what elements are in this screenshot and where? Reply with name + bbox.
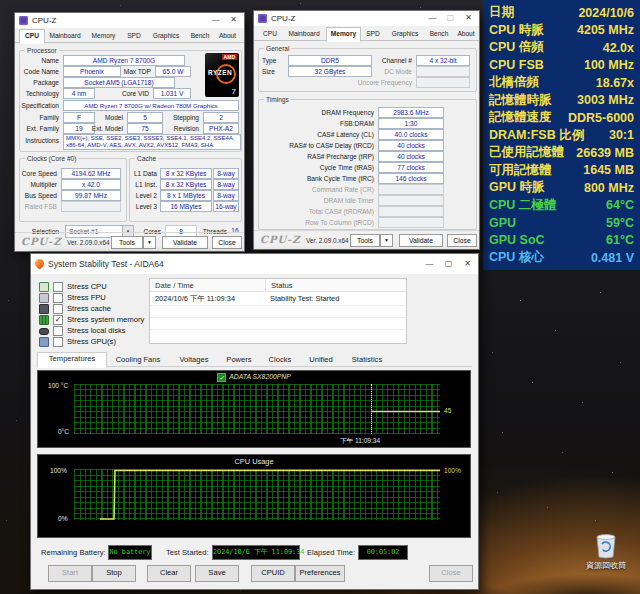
multiplier-field: x 42.0 (61, 179, 121, 190)
level2-size-field: 8 x 1 MBytes (160, 190, 212, 201)
tab-graphics[interactable]: Graphics (148, 30, 184, 42)
validate-button[interactable]: Validate (162, 236, 208, 249)
tab-mainboard[interactable]: Mainboard (284, 28, 324, 40)
close-button[interactable]: ✕ (225, 13, 242, 28)
minimize-button[interactable]: — (421, 257, 438, 272)
minimize-button[interactable]: — (207, 13, 224, 28)
tools-dropdown-icon[interactable]: ▼ (143, 236, 156, 249)
sensor-value: 59°C (606, 216, 634, 230)
stress-fpu-checkbox[interactable] (53, 293, 63, 303)
stress-cache-checkbox[interactable] (53, 304, 63, 314)
package-label: Package (17, 78, 59, 87)
tab-cpu[interactable]: CPU (258, 28, 282, 40)
sensor-row: 記憶體速度DDR5-6000 (489, 109, 634, 127)
tab-cooling-fans[interactable]: Cooling Fans (107, 354, 169, 366)
model-label: Model (97, 113, 123, 122)
remaining-battery-display: No battery (108, 545, 152, 560)
status-log-table: Date / Time Status 2024/10/6 下午 11:09:34… (149, 278, 407, 344)
tab-statistics[interactable]: Statistics (343, 354, 391, 366)
tools-dropdown-icon[interactable]: ▼ (380, 234, 393, 247)
chart-title: CPU Usage (38, 457, 470, 466)
close-button[interactable]: ✕ (460, 11, 477, 26)
cpu-name-field: AMD Ryzen 7 8700G (63, 55, 185, 66)
tab-spd[interactable]: SPD (122, 30, 146, 42)
tab-spd[interactable]: SPD (361, 28, 385, 40)
trp-field: 40 clocks (378, 151, 444, 162)
stress-cache-icon (39, 304, 49, 314)
log-header-datetime[interactable]: Date / Time (150, 279, 264, 292)
maximize-button[interactable]: ▢ (440, 257, 457, 272)
legend-checkbox[interactable]: ✓ (217, 373, 226, 382)
tab-graphics[interactable]: Graphics (387, 28, 423, 40)
tab-voltages[interactable]: Voltages (171, 354, 217, 366)
command-rate-label: Command Rate (CR) (256, 185, 374, 194)
code-name-field: Phoenix (63, 66, 121, 77)
tab-temperatures[interactable]: Temperatures (37, 352, 107, 368)
sensor-row: 北橋倍頻18.67x (489, 74, 634, 92)
stress-cache-label: Stress cache (67, 304, 111, 313)
l1-inst-way-field: 8-way (213, 179, 239, 190)
tab-unified[interactable]: Unified (301, 354, 341, 366)
package-field: Socket AM5 (LGA1718) (63, 77, 175, 88)
sensor-panel: 日期2024/10/6 CPU 時脈4205 MHz CPU 倍頻42.0x C… (483, 0, 640, 270)
title-bar[interactable]: CPU-Z — ▢ ✕ (254, 11, 479, 26)
y-axis-min-label: 0°C (58, 428, 69, 435)
cpuz-app-icon (19, 16, 28, 25)
close-button[interactable]: Close (212, 236, 242, 249)
maximize-button: ▢ (442, 11, 459, 26)
tab-memory[interactable]: Memory (87, 30, 120, 42)
cas-latency-label: CAS# Latency (CL) (256, 130, 374, 139)
tab-memory[interactable]: Memory (326, 27, 361, 42)
sensor-value: 42.0x (603, 41, 634, 55)
tras-label: Cycle Time (tRAS) (256, 163, 374, 172)
tab-clocks[interactable]: Clocks (261, 354, 299, 366)
model-field: 5 (127, 112, 163, 123)
tab-mainboard[interactable]: Mainboard (45, 30, 85, 42)
cpuz-version: Ver. 2.09.0.x64 (306, 237, 349, 244)
group-label: Cache (135, 154, 158, 163)
cpuz-footer: CPU-Z Ver. 2.09.0.x64 Tools ▼ Validate C… (254, 230, 479, 249)
tab-about[interactable]: About (214, 30, 241, 42)
stepping-label: Stepping (165, 113, 199, 122)
tab-cpu[interactable]: CPU (19, 29, 45, 44)
log-header-status[interactable]: Status (265, 279, 406, 292)
sensor-row: 日期2024/10/6 (489, 4, 634, 22)
validate-button[interactable]: Validate (399, 234, 443, 247)
tools-button[interactable]: Tools (111, 236, 143, 249)
close-button[interactable]: ✕ (459, 257, 476, 272)
dram-idle-label: DRAM Idle Timer (256, 196, 374, 205)
tab-about[interactable]: About (453, 28, 479, 40)
cpuz-window-cpu: CPU-Z — ✕ CPU Mainboard Memory SPD Graph… (14, 12, 245, 252)
trcd-label: RAS# to CAS# Delay (tRCD) (256, 141, 374, 150)
sensor-label: 可用記憶體 (489, 162, 552, 179)
save-button[interactable]: Save (195, 565, 239, 582)
aida-tab-bar: Temperatures Cooling Fans Voltages Power… (37, 352, 472, 367)
sensor-value: 0.481 V (591, 251, 634, 265)
close-button[interactable]: Close (447, 234, 477, 247)
fsb-dram-label: FSB:DRAM (256, 119, 374, 128)
desktop: 日期2024/10/6 CPU 時脈4205 MHz CPU 倍頻42.0x C… (0, 0, 640, 594)
stop-button[interactable]: Stop (92, 565, 136, 582)
close-button: Close (429, 565, 473, 582)
recycle-bin-icon[interactable] (593, 531, 619, 559)
cpuid-button[interactable]: CPUID (251, 565, 295, 582)
preferences-button[interactable]: Preferences (295, 565, 345, 582)
stress-cpu-checkbox[interactable] (53, 282, 63, 292)
size-label: Size (262, 67, 286, 76)
clear-button[interactable]: Clear (147, 565, 191, 582)
tab-bench[interactable]: Bench (425, 28, 453, 40)
stress-gpu-checkbox[interactable] (53, 337, 63, 347)
title-bar[interactable]: System Stability Test - AIDA64 — ▢ ✕ (31, 254, 478, 274)
recycle-bin[interactable]: 資源回收筒 (583, 531, 629, 571)
tab-bench[interactable]: Bench (186, 30, 214, 42)
tab-powers[interactable]: Powers (219, 354, 259, 366)
stress-memory-checkbox[interactable]: ✓ (53, 315, 63, 325)
stress-disks-checkbox[interactable] (53, 326, 63, 336)
window-title: CPU-Z (32, 16, 56, 25)
title-bar[interactable]: CPU-Z — ✕ (15, 13, 244, 28)
tab-bar: CPU Mainboard Memory SPD Graphics Bench … (15, 29, 244, 43)
minimize-button[interactable]: — (424, 11, 441, 26)
tools-button[interactable]: Tools (350, 234, 380, 247)
specification-label: Specification (17, 101, 59, 110)
cpuz-version: Ver. 2.09.0.x64 (67, 239, 110, 246)
